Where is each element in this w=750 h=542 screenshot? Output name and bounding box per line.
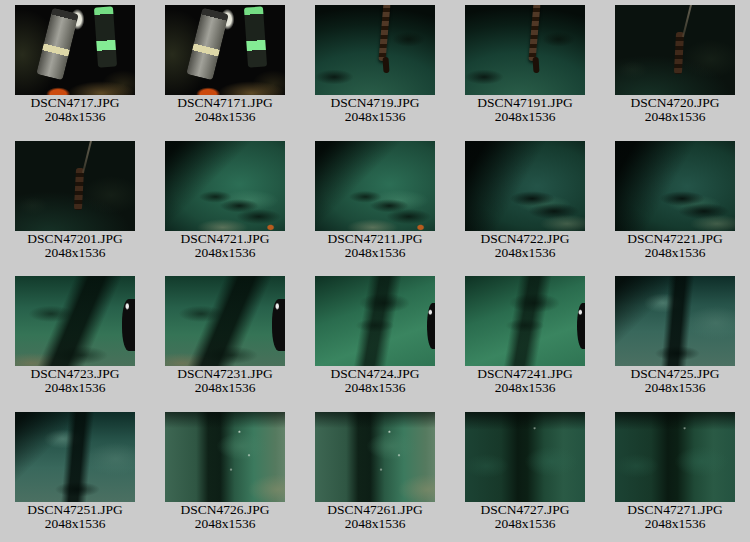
thumbnail-grid: DSCN4717.JPG 2048x1536 DSCN47171.JPG 204… — [0, 0, 750, 542]
photo-filename: DSCN4719.JPG — [300, 96, 450, 110]
photo-thumbnail[interactable] — [315, 412, 435, 502]
photo-filename: DSCN47171.JPG — [150, 96, 300, 110]
photo-thumbnail[interactable] — [165, 5, 285, 95]
photo-thumbnail[interactable] — [465, 5, 585, 95]
photo-filename: DSCN47211.JPG — [300, 232, 450, 246]
thumbnail-cell: DSCN47211.JPG 2048x1536 — [300, 136, 450, 272]
photo-dimensions: 2048x1536 — [600, 381, 750, 395]
photo-thumbnail[interactable] — [165, 412, 285, 502]
photo-dimensions: 2048x1536 — [300, 517, 450, 531]
photo-dimensions: 2048x1536 — [300, 381, 450, 395]
thumbnail-cell: DSCN47201.JPG 2048x1536 — [0, 136, 150, 272]
thumbnail-cell: DSCN47271.JPG 2048x1536 — [600, 407, 750, 542]
photo-dimensions: 2048x1536 — [600, 517, 750, 531]
photo-dimensions: 2048x1536 — [150, 517, 300, 531]
photo-thumbnail[interactable] — [465, 141, 585, 231]
photo-filename: DSCN47261.JPG — [300, 503, 450, 517]
photo-filename: DSCN47241.JPG — [450, 367, 600, 381]
photo-filename: DSCN47191.JPG — [450, 96, 600, 110]
photo-thumbnail[interactable] — [15, 412, 135, 502]
photo-thumbnail[interactable] — [15, 276, 135, 366]
photo-filename: DSCN4721.JPG — [150, 232, 300, 246]
thumbnail-cell: DSCN4726.JPG 2048x1536 — [150, 407, 300, 542]
photo-filename: DSCN4722.JPG — [450, 232, 600, 246]
thumbnail-cell: DSCN4725.JPG 2048x1536 — [600, 271, 750, 407]
thumbnail-cell: DSCN47241.JPG 2048x1536 — [450, 271, 600, 407]
photo-filename: DSCN47251.JPG — [0, 503, 150, 517]
photo-filename: DSCN4726.JPG — [150, 503, 300, 517]
photo-dimensions: 2048x1536 — [300, 110, 450, 124]
photo-dimensions: 2048x1536 — [0, 246, 150, 260]
thumbnail-cell: DSCN4720.JPG 2048x1536 — [600, 0, 750, 136]
photo-thumbnail[interactable] — [315, 276, 435, 366]
photo-filename: DSCN47221.JPG — [600, 232, 750, 246]
thumbnail-cell: DSCN47261.JPG 2048x1536 — [300, 407, 450, 542]
photo-filename: DSCN47271.JPG — [600, 503, 750, 517]
thumbnail-cell: DSCN4724.JPG 2048x1536 — [300, 271, 450, 407]
thumbnail-cell: DSCN4721.JPG 2048x1536 — [150, 136, 300, 272]
photo-thumbnail[interactable] — [315, 141, 435, 231]
photo-dimensions: 2048x1536 — [150, 110, 300, 124]
thumbnail-cell: DSCN4719.JPG 2048x1536 — [300, 0, 450, 136]
photo-thumbnail[interactable] — [465, 412, 585, 502]
thumbnail-cell: DSCN4717.JPG 2048x1536 — [0, 0, 150, 136]
photo-dimensions: 2048x1536 — [150, 381, 300, 395]
photo-filename: DSCN47231.JPG — [150, 367, 300, 381]
photo-filename: DSCN4717.JPG — [0, 96, 150, 110]
photo-dimensions: 2048x1536 — [0, 110, 150, 124]
photo-dimensions: 2048x1536 — [450, 246, 600, 260]
thumbnail-cell: DSCN4723.JPG 2048x1536 — [0, 271, 150, 407]
photo-thumbnail[interactable] — [15, 5, 135, 95]
photo-dimensions: 2048x1536 — [600, 246, 750, 260]
thumbnail-cell: DSCN4722.JPG 2048x1536 — [450, 136, 600, 272]
photo-dimensions: 2048x1536 — [450, 381, 600, 395]
photo-dimensions: 2048x1536 — [300, 246, 450, 260]
photo-filename: DSCN4725.JPG — [600, 367, 750, 381]
photo-filename: DSCN4720.JPG — [600, 96, 750, 110]
photo-thumbnail[interactable] — [615, 141, 735, 231]
photo-thumbnail[interactable] — [315, 5, 435, 95]
thumbnail-cell: DSCN47191.JPG 2048x1536 — [450, 0, 600, 136]
photo-thumbnail[interactable] — [15, 141, 135, 231]
photo-filename: DSCN4724.JPG — [300, 367, 450, 381]
thumbnail-cell: DSCN4727.JPG 2048x1536 — [450, 407, 600, 542]
thumbnail-cell: DSCN47231.JPG 2048x1536 — [150, 271, 300, 407]
thumbnail-cell: DSCN47171.JPG 2048x1536 — [150, 0, 300, 136]
photo-dimensions: 2048x1536 — [150, 246, 300, 260]
photo-dimensions: 2048x1536 — [450, 517, 600, 531]
photo-thumbnail[interactable] — [615, 5, 735, 95]
photo-dimensions: 2048x1536 — [600, 110, 750, 124]
photo-dimensions: 2048x1536 — [0, 517, 150, 531]
thumbnail-cell: DSCN47251.JPG 2048x1536 — [0, 407, 150, 542]
photo-thumbnail[interactable] — [165, 276, 285, 366]
photo-thumbnail[interactable] — [465, 276, 585, 366]
photo-filename: DSCN4727.JPG — [450, 503, 600, 517]
photo-dimensions: 2048x1536 — [0, 381, 150, 395]
photo-filename: DSCN4723.JPG — [0, 367, 150, 381]
photo-thumbnail[interactable] — [165, 141, 285, 231]
photo-thumbnail[interactable] — [615, 276, 735, 366]
thumbnail-cell: DSCN47221.JPG 2048x1536 — [600, 136, 750, 272]
photo-thumbnail[interactable] — [615, 412, 735, 502]
photo-filename: DSCN47201.JPG — [0, 232, 150, 246]
photo-dimensions: 2048x1536 — [450, 110, 600, 124]
